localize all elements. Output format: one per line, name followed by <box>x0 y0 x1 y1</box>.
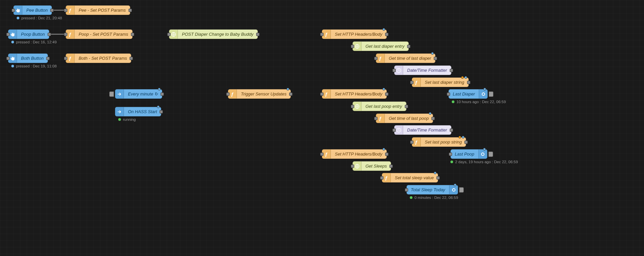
port-in[interactable] <box>64 9 67 12</box>
node-pee-set-params[interactable]: Pee - Set POST Params <box>66 5 130 15</box>
status-last-diaper: 10 hours ago : Dec 22, 06:59 <box>452 100 506 104</box>
inject-button[interactable] <box>109 91 114 97</box>
port-in[interactable] <box>380 176 383 180</box>
port-out[interactable] <box>467 81 470 84</box>
port-out[interactable] <box>130 57 133 60</box>
port-out[interactable] <box>385 33 388 36</box>
node-label: Set HTTP Headers/Body <box>331 150 386 159</box>
node-pee-button[interactable]: Pee Button <box>13 5 52 15</box>
port-out[interactable] <box>385 153 388 156</box>
port-in[interactable] <box>12 9 15 12</box>
node-set-http-3[interactable]: Set HTTP Headers/Body <box>322 149 387 159</box>
node-set-http-1[interactable]: Set HTTP Headers/Body <box>322 29 387 39</box>
port-out[interactable] <box>450 129 453 132</box>
node-set-http-2[interactable]: Set HTTP Headers/Body <box>322 89 387 99</box>
port-out[interactable] <box>464 141 468 144</box>
port-out[interactable] <box>436 176 440 180</box>
port-out[interactable] <box>131 33 134 36</box>
port-in[interactable] <box>6 33 10 36</box>
node-datetime-formatter-1[interactable]: Date/Time Formatter <box>394 65 451 75</box>
node-every-minute[interactable]: Every minute ↻ <box>115 89 162 99</box>
port-in[interactable] <box>351 165 354 168</box>
port-out[interactable] <box>46 57 50 60</box>
port-in[interactable] <box>64 33 67 36</box>
node-total-sleep-today[interactable]: Total Sleep Today <box>406 185 458 195</box>
port-out[interactable] <box>450 69 453 72</box>
port-in[interactable] <box>167 33 171 36</box>
port-in[interactable] <box>449 153 452 156</box>
status-total-sleep-today: 0 minutes : Dec 22, 06:59 <box>410 196 458 200</box>
node-set-last-diaper-string[interactable]: Set last diaper string <box>412 77 469 87</box>
node-label: Set last poop string <box>421 138 466 147</box>
node-label: Get time of last diaper <box>385 54 435 63</box>
node-set-last-poop-string[interactable]: Set last poop string <box>412 137 466 147</box>
port-out[interactable] <box>389 165 393 168</box>
node-poop-button[interactable]: Poop Button <box>8 29 49 39</box>
node-label: Get time of last poop <box>385 114 433 123</box>
port-in[interactable] <box>392 69 396 72</box>
node-label: Set HTTP Headers/Body <box>331 89 386 98</box>
node-label: Both Button <box>17 54 48 63</box>
svg-point-3 <box>482 93 485 95</box>
node-label: On HASS Start <box>124 107 161 116</box>
port-in[interactable] <box>320 153 323 156</box>
node-trigger-sensor[interactable]: Trigger Sensor Updates <box>228 89 291 99</box>
arrow-icon <box>115 89 124 98</box>
node-label: Poop Button <box>17 30 49 39</box>
node-post-diaper[interactable]: POST Diaper Change to Baby Buddy <box>169 29 258 39</box>
node-label: Trigger Sensor Updates <box>237 89 291 98</box>
status-both-button: pressed : Dec 19, 11:08 <box>11 64 57 68</box>
port-in[interactable] <box>405 188 408 192</box>
node-set-total-sleep[interactable]: Set total sleep value <box>382 173 438 183</box>
node-poop-set-params[interactable]: Poop - Set POST Params <box>66 29 133 39</box>
port-in[interactable] <box>392 129 396 132</box>
port-out[interactable] <box>385 92 388 96</box>
port-in[interactable] <box>447 92 450 96</box>
port-out[interactable] <box>405 105 408 108</box>
port-in[interactable] <box>410 141 413 144</box>
node-label: Set last diaper string <box>421 78 468 87</box>
node-label: Total Sleep Today <box>407 185 449 194</box>
port-out[interactable] <box>434 57 437 60</box>
node-datetime-formatter-2[interactable]: Date/Time Formatter <box>394 125 451 135</box>
port-out[interactable] <box>48 33 51 36</box>
node-get-time-last-poop[interactable]: Get time of last poop <box>376 113 433 123</box>
node-get-time-last-diaper[interactable]: Get time of last diaper <box>376 53 435 63</box>
node-last-poop[interactable]: Last Poop <box>450 149 487 159</box>
port-in[interactable] <box>410 81 413 84</box>
node-label: Pee Button <box>22 6 52 15</box>
port-out[interactable] <box>161 92 164 96</box>
node-get-last-diaper-entry[interactable]: Get last diaper entry <box>352 41 409 51</box>
port-out[interactable] <box>431 117 435 120</box>
debug-button[interactable] <box>488 152 493 157</box>
node-on-hass-start[interactable]: On HASS Start <box>115 107 161 116</box>
port-in[interactable] <box>351 45 354 48</box>
node-both-button[interactable]: Both Button <box>8 53 48 63</box>
port-in[interactable] <box>374 117 377 120</box>
debug-button[interactable] <box>489 91 493 97</box>
node-label: Pee - Set POST Params <box>75 6 130 15</box>
port-in[interactable] <box>351 105 354 108</box>
debug-button[interactable] <box>459 187 464 193</box>
node-label: Date/Time Formatter <box>403 125 451 135</box>
arrow-icon <box>115 107 124 116</box>
port-in[interactable] <box>320 92 323 96</box>
port-in[interactable] <box>64 57 67 60</box>
svg-point-6 <box>481 153 484 156</box>
node-label: Last Poop <box>451 150 478 159</box>
port-out[interactable] <box>50 9 54 12</box>
port-in[interactable] <box>320 33 323 36</box>
port-out[interactable] <box>129 9 132 12</box>
node-last-diaper[interactable]: Last Diaper <box>448 89 488 99</box>
port-out[interactable] <box>160 110 163 113</box>
port-out[interactable] <box>256 33 260 36</box>
port-in[interactable] <box>226 92 230 96</box>
port-in[interactable] <box>6 57 10 60</box>
node-get-sleeps[interactable]: Get Sleeps <box>352 161 391 171</box>
port-out[interactable] <box>289 92 293 96</box>
node-both-set-params[interactable]: Both - Set POST Params <box>66 53 131 63</box>
port-out[interactable] <box>407 45 410 48</box>
port-in[interactable] <box>374 57 377 60</box>
node-get-last-poop-entry[interactable]: Get last poop entry <box>352 101 406 111</box>
node-label: Set total sleep value <box>391 173 438 182</box>
